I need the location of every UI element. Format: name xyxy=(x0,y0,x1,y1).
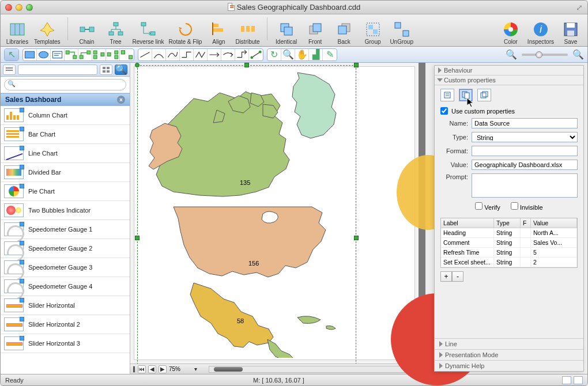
tree-button[interactable]: Tree xyxy=(104,20,128,45)
library-item[interactable]: Divided Bar xyxy=(1,163,130,182)
table-row[interactable]: CommentStringSales Vo... xyxy=(441,238,577,248)
library-item[interactable]: Slider Horizontal 3 xyxy=(1,334,130,353)
sidebar-list-mode[interactable] xyxy=(3,65,16,75)
connector-tool-3[interactable] xyxy=(92,49,106,60)
table-row[interactable]: Refresh TimeString5 xyxy=(441,248,577,258)
library-item[interactable]: Speedometer Gauge 3 xyxy=(1,258,130,277)
verify-check[interactable]: Verify xyxy=(475,202,500,211)
distribute-button[interactable]: Distribute xyxy=(235,20,259,45)
vscroll-rail[interactable] xyxy=(419,63,425,364)
inspectors-button[interactable]: iInspectors xyxy=(527,20,554,45)
table-row[interactable]: HeadingStringNorth A... xyxy=(441,228,577,238)
inspector-section-line[interactable]: Line xyxy=(435,338,583,349)
th-f[interactable]: F xyxy=(521,218,531,228)
use-custom-check[interactable] xyxy=(440,107,448,115)
connector-tool-1[interactable] xyxy=(65,49,78,60)
line-tool-8[interactable] xyxy=(235,49,249,60)
sidebar-section-header[interactable]: Sales Dashboard × xyxy=(1,93,130,106)
line-tool-1[interactable] xyxy=(138,49,152,60)
library-item[interactable]: Slider Horizontal xyxy=(1,296,130,315)
inspector-section-behaviour[interactable]: Behaviour xyxy=(435,66,583,75)
ellipse-tool[interactable] xyxy=(37,49,51,60)
inspector-section-presentation[interactable]: Presentation Mode xyxy=(435,349,583,360)
zoom-slider[interactable] xyxy=(522,54,568,56)
line-tool-6[interactable] xyxy=(208,49,221,60)
library-item[interactable]: Two Bubbles Indicator xyxy=(1,201,130,220)
line-tool-9[interactable] xyxy=(249,49,263,60)
sidebar-search-input[interactable] xyxy=(4,79,126,90)
page-prev[interactable]: ◀ xyxy=(148,365,156,373)
sidebar-grid-mode[interactable] xyxy=(100,65,112,75)
fullscreen-icon[interactable]: ⤢ xyxy=(576,3,583,12)
connector-tool-4[interactable] xyxy=(106,49,120,60)
connector-tool-5[interactable] xyxy=(120,49,134,60)
hscrollbar[interactable] xyxy=(209,366,423,373)
chain-button[interactable]: Chain xyxy=(75,20,99,45)
th-value[interactable]: Value xyxy=(531,218,577,228)
th-label[interactable]: Label xyxy=(441,218,494,228)
invisible-check[interactable]: Invisible xyxy=(511,202,543,211)
library-item[interactable]: Speedometer Gauge 2 xyxy=(1,239,130,258)
group-button[interactable]: Group xyxy=(361,20,385,45)
pointer-tool[interactable]: ↖ xyxy=(5,49,18,60)
page-first[interactable]: ⏮ xyxy=(138,365,146,373)
line-tool-3[interactable] xyxy=(166,49,180,60)
zoom-out-icon[interactable]: 🔍 xyxy=(506,49,517,60)
ungroup-button[interactable]: UnGroup xyxy=(390,20,414,45)
sel-handle-ml[interactable] xyxy=(135,236,140,240)
libraries-button[interactable]: Libraries xyxy=(5,20,29,45)
table-row[interactable]: Set Excel sheet...String2 xyxy=(441,258,577,267)
refresh-tool[interactable]: ↻ xyxy=(267,49,281,60)
front-button[interactable]: Front xyxy=(303,20,327,45)
type-select[interactable]: String xyxy=(472,132,578,142)
rect-tool[interactable] xyxy=(23,49,37,60)
connector-tool-2[interactable] xyxy=(78,49,92,60)
hand-tool[interactable]: ✋ xyxy=(295,49,309,60)
text-tool[interactable] xyxy=(51,49,65,60)
pen-tool[interactable]: ✎ xyxy=(323,49,337,60)
map-chart[interactable]: 135 156 58 xyxy=(142,70,355,360)
line-tool-2[interactable] xyxy=(152,49,166,60)
line-tool-5[interactable] xyxy=(194,49,208,60)
status-icon-2[interactable] xyxy=(574,376,583,384)
minimize-window-button[interactable] xyxy=(16,4,22,11)
library-item[interactable]: Slider Horizontal 2 xyxy=(1,315,130,334)
prompt-input[interactable] xyxy=(472,173,578,198)
library-item[interactable]: Line Chart xyxy=(1,144,130,163)
page-next[interactable]: ▶ xyxy=(159,365,167,373)
library-item[interactable]: Pie Chart xyxy=(1,182,130,201)
prop-remove-button[interactable]: - xyxy=(452,271,463,282)
status-icon-1[interactable] xyxy=(562,376,571,384)
cp-tab-stack[interactable] xyxy=(477,89,491,101)
value-input[interactable] xyxy=(472,160,578,170)
reverse-link-button[interactable]: Reverse link xyxy=(133,20,164,45)
inspector-section-custom-properties[interactable]: Custom properties xyxy=(435,75,583,85)
back-button[interactable]: Back xyxy=(332,20,356,45)
library-item[interactable]: Bar Chart xyxy=(1,125,130,144)
align-button[interactable]: Align xyxy=(206,20,231,45)
format-input[interactable] xyxy=(472,146,578,156)
zoom-window-button[interactable] xyxy=(26,4,33,11)
identical-button[interactable]: Identical xyxy=(274,20,299,45)
sel-handle-tr[interactable] xyxy=(354,63,359,67)
color-button[interactable]: Color xyxy=(499,20,523,45)
cp-tab-multi[interactable] xyxy=(459,89,473,101)
library-item[interactable]: Speedometer Gauge 1 xyxy=(1,220,130,239)
close-window-button[interactable] xyxy=(5,4,12,11)
cp-tab-single[interactable] xyxy=(440,89,454,101)
inspector-section-dynamic-help[interactable]: Dynamic Help xyxy=(435,360,583,371)
prop-add-button[interactable]: + xyxy=(440,271,452,282)
zoom-tool[interactable]: 🔍 xyxy=(281,49,295,60)
th-type[interactable]: Type xyxy=(494,218,521,228)
save-button[interactable]: Save xyxy=(559,20,583,45)
rotate-flip-button[interactable]: Rotate & Flip xyxy=(169,20,202,45)
canvas[interactable]: 135 156 58 xyxy=(130,63,425,364)
zoom-value-input[interactable] xyxy=(169,366,192,372)
library-item[interactable]: Column Chart xyxy=(1,106,130,125)
name-input[interactable] xyxy=(472,118,578,128)
sel-handle-tm[interactable] xyxy=(244,63,249,67)
stamp-tool[interactable]: ▟ xyxy=(309,49,323,60)
sidebar-search-button[interactable]: 🔍 xyxy=(115,65,127,75)
templates-button[interactable]: Templates xyxy=(34,20,61,45)
sel-handle-tl[interactable] xyxy=(135,63,140,67)
